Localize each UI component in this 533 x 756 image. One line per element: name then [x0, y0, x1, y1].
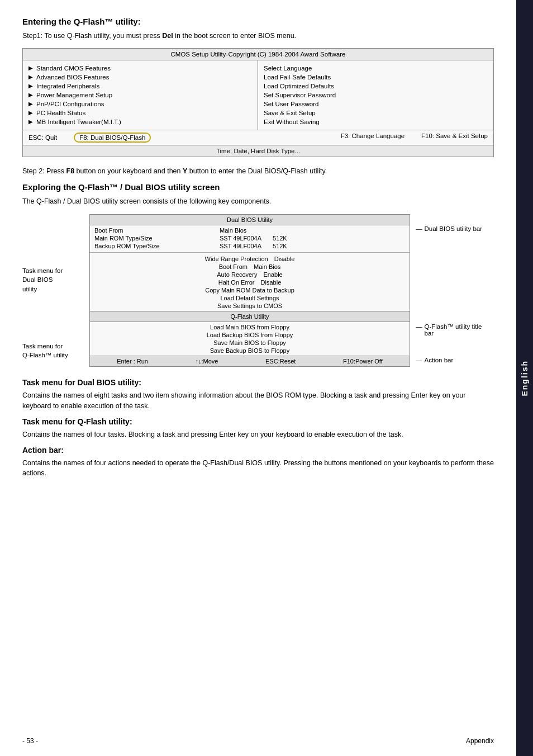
section3-title: Task menu for Dual BIOS utility: — [22, 378, 494, 387]
qflash-item-3: Save Backup BIOS to Floppy — [94, 347, 405, 355]
step1-text: Step1: To use Q-Flash utility, you must … — [22, 31, 494, 41]
dual-bios-box-container: Dual BIOS Utility Boot From Main Bios Ma… — [89, 214, 410, 367]
section5-title: Action bar: — [22, 446, 494, 455]
bios-esc-quit: ESC: Quit — [28, 133, 57, 143]
bios-item-exit-nosave: Exit Without Saving — [264, 117, 488, 126]
step2-text: Step 2: Press F8 button on your keyboard… — [22, 166, 494, 177]
bios-f3: F3: Change Language — [341, 133, 404, 143]
page-footer: - 53 - Appendix — [0, 737, 516, 745]
arrow-icon: ▶ — [28, 119, 33, 125]
bios-item-select-lang: Select Language — [264, 64, 488, 73]
dual-bios-utility-box: Dual BIOS Utility Boot From Main Bios Ma… — [89, 214, 410, 367]
boot-from-row: Boot From Main Bios — [94, 226, 405, 234]
arrow-icon: ▶ — [28, 92, 33, 98]
task-menu-qflash-label: Task menu for Q-Flash™ utility — [22, 342, 84, 360]
right-labels: — Dual BIOS utility bar — Q-Flash™ utili… — [416, 214, 494, 367]
load-default-row: Load Default Settings — [94, 294, 405, 302]
qflash-title-bar-label: — Q-Flash™ utility title bar — [416, 323, 494, 337]
left-labels: Task menu for Dual BIOS utility Task men… — [22, 214, 84, 367]
dual-bios-diagram: Task menu for Dual BIOS utility Task men… — [22, 214, 494, 367]
section4-title: Task menu for Q-Flash utility: — [22, 417, 494, 426]
page-number: - 53 - — [22, 737, 38, 745]
arrow-icon: ▶ — [28, 101, 33, 107]
qflash-item-1: Load Backup BIOS from Floppy — [94, 331, 405, 339]
qflash-section: Q-Flash Utility Load Main BIOS from Flop… — [90, 311, 410, 356]
copy-main-row: Copy Main ROM Data to Backup — [94, 286, 405, 294]
language-tab: English — [516, 0, 533, 756]
section4-desc: Contains the names of four tasks. Blocki… — [22, 429, 494, 440]
page-label: Appendix — [466, 737, 494, 745]
bios-item-failsafe: Load Fail-Safe Defaults — [264, 73, 488, 82]
bios-item-save-exit: Save & Exit Setup — [264, 108, 488, 117]
bios-item-advanced: ▶ Advanced BIOS Features — [28, 73, 252, 82]
dual-bios-settings-section: Wide Range Protection Disable Boot From … — [90, 254, 410, 311]
qflash-item-2: Save Main BIOS to Floppy — [94, 339, 405, 347]
qflash-section-title: Q-Flash Utility — [90, 311, 410, 322]
bios-f8-highlight: F8: Dual BIOS/Q-Flash — [74, 133, 151, 143]
bios-f10: F10: Save & Exit Setup — [421, 133, 488, 143]
section1-title: Entering the Q-Flash™ utility: — [22, 17, 494, 26]
main-rom-row: Main ROM Type/Size SST 49LF004A 512K — [94, 234, 405, 242]
section2-title: Exploring the Q-Flash™ / Dual BIOS utili… — [22, 182, 494, 192]
auto-recovery-row: Auto Recovery Enable — [94, 271, 405, 278]
dual-bios-info-section: Boot From Main Bios Main ROM Type/Size S… — [90, 225, 410, 251]
dual-bios-box-title: Dual BIOS Utility — [90, 215, 410, 225]
bios-item-user-pw: Set User Password — [264, 100, 488, 108]
bios-item-health: ▶ PC Health Status — [28, 108, 252, 117]
bios-item-standard: ▶ Standard CMOS Features — [28, 64, 252, 73]
backup-rom-row: Backup ROM Type/Size SST 49LF004A 512K — [94, 242, 405, 250]
dual-bios-bar-label: — Dual BIOS utility bar — [416, 225, 494, 232]
task-menu-dual-label: Task menu for Dual BIOS utility — [22, 266, 84, 293]
save-settings-row: Save Settings to CMOS — [94, 302, 405, 310]
bios-item-mit: ▶ MB Intelligent Tweaker(M.I.T.) — [28, 117, 252, 126]
bios-bottom-bar: ESC: Quit F8: Dual BIOS/Q-Flash F3: Chan… — [23, 130, 493, 145]
arrow-icon: ▶ — [28, 74, 33, 80]
action-bar: Enter : Run ↑↓:Move ESC:Reset F10:Power … — [90, 356, 410, 366]
bios-screen-box: CMOS Setup Utility-Copyright (C) 1984-20… — [22, 48, 494, 157]
qflash-item-0: Load Main BIOS from Floppy — [94, 323, 405, 331]
section2-desc: The Q-Flash / Dual BIOS utility screen c… — [22, 196, 494, 207]
action-bar-label: — Action bar — [416, 357, 494, 363]
bios-item-integrated: ▶ Integrated Peripherals — [28, 82, 252, 91]
bios-item-optimized: Load Optimized Defaults — [264, 82, 488, 91]
arrow-icon: ▶ — [28, 65, 33, 71]
f8-oval: F8: Dual BIOS/Q-Flash — [74, 133, 151, 143]
bios-left-menu: ▶ Standard CMOS Features ▶ Advanced BIOS… — [23, 60, 258, 130]
language-tab-label: English — [520, 360, 529, 396]
section5-desc: Contains the names of four actions neede… — [22, 458, 494, 479]
boot-from2-row: Boot From Main Bios — [94, 263, 405, 271]
bios-item-supervisor: Set Supervisor Password — [264, 91, 488, 100]
bios-right-menu: Select Language Load Fail-Safe Defaults … — [258, 60, 493, 130]
bios-screen-title: CMOS Setup Utility-Copyright (C) 1984-20… — [23, 49, 493, 60]
arrow-icon: ▶ — [28, 110, 33, 116]
section3-desc: Contains the names of eight tasks and tw… — [22, 390, 494, 412]
wide-range-row: Wide Range Protection Disable — [94, 255, 405, 263]
bios-footer: Time, Date, Hard Disk Type... — [23, 145, 493, 157]
halt-on-error-row: Halt On Error Disable — [94, 278, 405, 286]
bios-item-pnp: ▶ PnP/PCI Configurations — [28, 100, 252, 108]
qflash-items: Load Main BIOS from Floppy Load Backup B… — [90, 322, 410, 356]
arrow-icon: ▶ — [28, 83, 33, 89]
bios-item-power: ▶ Power Management Setup — [28, 91, 252, 100]
